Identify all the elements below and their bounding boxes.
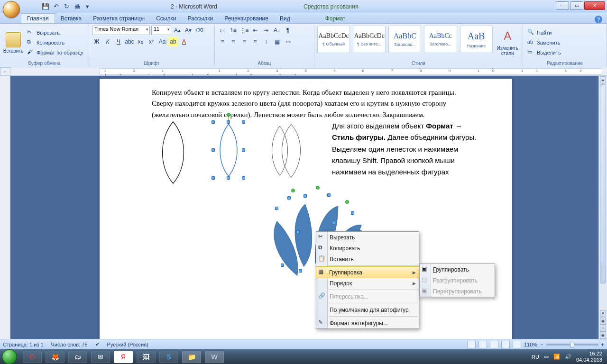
multilevel-icon[interactable]: ⋮≡ (239, 26, 249, 35)
task-explorer-icon[interactable]: 📁 (182, 351, 201, 363)
view-outline-icon[interactable] (501, 341, 510, 348)
tab-layout[interactable]: Разметка страницы (87, 14, 150, 23)
task-firefox-icon[interactable]: 🦊 (46, 351, 64, 363)
ctx-format-autoshape[interactable]: ✎Формат автофигуры... (316, 318, 419, 328)
tab-references[interactable]: Ссылки (150, 14, 182, 23)
clear-format-icon[interactable]: ⌫ (194, 26, 204, 35)
font-size-combo[interactable]: 11 (151, 26, 171, 35)
horizontal-ruler[interactable]: 3 2 1 1 2 3 4 5 6 7 8 9 10 11 12 13 14 1… (10, 67, 607, 76)
browse-object-icon[interactable]: ○ (600, 325, 606, 332)
superscript-button[interactable]: x² (147, 37, 156, 46)
italic-button[interactable]: К (103, 37, 112, 46)
align-left-icon[interactable]: ≡ (218, 37, 227, 46)
cut-button[interactable]: ✂Вырезать (26, 28, 85, 37)
shape-petal-2-selected[interactable] (213, 122, 244, 178)
task-picture-icon[interactable]: 🖼 (137, 351, 156, 363)
tray-flag-icon[interactable]: ▭ (544, 354, 549, 360)
paragraph-2[interactable]: Для этого выделяем объект Формат → Стиль… (332, 120, 484, 178)
view-web-icon[interactable] (490, 341, 498, 348)
status-word-count[interactable]: Число слов: 78 (51, 342, 88, 347)
find-button[interactable]: 🔍Найти (526, 28, 562, 37)
numbering-icon[interactable]: 1≡ (229, 26, 238, 35)
start-button[interactable] (2, 350, 21, 364)
shape-petal-1[interactable] (154, 119, 192, 186)
tab-review[interactable]: Рецензирование (219, 14, 274, 23)
vertical-scrollbar[interactable]: ▲ ▼ ◉ ○ ◉ (598, 76, 607, 339)
prev-page-icon[interactable]: ◉ (600, 318, 606, 325)
shading-icon[interactable]: ▦ (272, 37, 282, 46)
maximize-button[interactable]: ▭ (570, 1, 583, 10)
zoom-slider[interactable] (546, 344, 598, 346)
print-icon[interactable]: 🖶 (73, 3, 81, 10)
scroll-down-icon[interactable]: ▼ (600, 310, 606, 317)
undo-icon[interactable]: ↶ (52, 3, 60, 10)
tab-insert[interactable]: Вставка (55, 14, 88, 23)
view-fullscreen-icon[interactable] (478, 341, 487, 348)
paste-button[interactable]: Вставить (3, 26, 24, 60)
style-title[interactable]: AaBНазвание (460, 26, 493, 53)
tab-home[interactable]: Главная (21, 13, 55, 23)
bold-button[interactable]: Ж (92, 37, 101, 46)
tray-clock[interactable]: 16:22 04.04.2013 (576, 351, 602, 363)
tab-mailings[interactable]: Рассылки (182, 14, 219, 23)
ctx-group[interactable]: ▣Группировать (420, 264, 495, 275)
ctx-grouping[interactable]: ▦Группировка▶ (316, 266, 419, 278)
copy-button[interactable]: ⧉Копировать (26, 38, 85, 47)
subscript-button[interactable]: x₂ (136, 37, 145, 46)
vertical-ruler[interactable] (0, 76, 10, 339)
tab-format[interactable]: Формат (320, 14, 351, 23)
office-button[interactable] (3, 1, 20, 18)
replace-button[interactable]: abЗаменить (526, 38, 562, 47)
status-spellcheck-icon[interactable]: ✔ (95, 341, 100, 347)
borders-icon[interactable]: ▭ (283, 37, 293, 46)
zoom-level[interactable]: 110% (524, 342, 537, 347)
grow-font-icon[interactable]: A▴ (173, 26, 182, 35)
qat-more-icon[interactable]: ▾ (83, 3, 91, 10)
ctx-copy[interactable]: ⧉Копировать (316, 243, 419, 254)
tray-lang[interactable]: RU (532, 354, 539, 360)
scroll-up-icon[interactable]: ▲ (600, 76, 606, 83)
shape-petal-3[interactable] (266, 122, 308, 178)
view-print-layout-icon[interactable] (467, 341, 476, 348)
style-normal[interactable]: AaBbCcDc¶ Обычный (317, 26, 350, 53)
tray-sound-icon[interactable]: 🔊 (565, 354, 571, 360)
task-opera-icon[interactable]: O (23, 351, 42, 363)
help-icon[interactable]: ? (595, 16, 602, 23)
task-libraries-icon[interactable]: 🗂 (68, 351, 87, 363)
indent-inc-icon[interactable]: ⇥ (261, 26, 271, 35)
justify-icon[interactable]: ≡ (250, 37, 260, 46)
shrink-font-icon[interactable]: A▾ (184, 26, 193, 35)
strike-button[interactable]: abc (125, 37, 134, 46)
align-center-icon[interactable]: ≡ (229, 37, 238, 46)
font-name-combo[interactable]: Times New Roman (92, 26, 150, 35)
underline-button[interactable]: Ч (114, 37, 123, 46)
ctx-default-autoshape[interactable]: По умолчанию для автофигур (316, 304, 419, 315)
ctx-cut[interactable]: ✂Вырезать (316, 232, 419, 243)
tray-network-icon[interactable]: 📶 (553, 354, 560, 360)
show-marks-icon[interactable]: ¶ (283, 26, 293, 35)
close-button[interactable]: ✕ (584, 1, 605, 10)
change-case-button[interactable]: Aa (157, 37, 167, 46)
change-styles-button[interactable]: A Изменить стили (496, 26, 520, 60)
task-yandex-icon[interactable]: Я (114, 351, 133, 363)
indent-dec-icon[interactable]: ⇤ (250, 26, 260, 35)
task-mail-icon[interactable]: ✉ (91, 351, 110, 363)
redo-icon[interactable]: ↻ (63, 3, 70, 10)
task-skype-icon[interactable]: S (159, 351, 178, 363)
zoom-out-button[interactable]: − (540, 342, 543, 347)
minimize-button[interactable]: — (556, 1, 569, 10)
save-icon[interactable]: 💾 (42, 3, 49, 10)
style-nospacing[interactable]: AaBbCcDc¶ Без инте... (353, 26, 386, 53)
line-spacing-icon[interactable]: ↕ (261, 37, 271, 46)
font-color-button[interactable]: A (179, 37, 189, 46)
ctx-paste[interactable]: 📋Вставить (316, 254, 419, 264)
view-draft-icon[interactable] (513, 341, 521, 348)
next-page-icon[interactable]: ◉ (600, 332, 606, 339)
style-heading1[interactable]: AaBbCЗаголово... (388, 26, 421, 53)
paragraph-1[interactable]: Копируем объект и вставляем по кругу леп… (152, 87, 479, 120)
ruler-corner[interactable]: ⌐ (0, 67, 10, 76)
status-page[interactable]: Страница: 1 из 1 (3, 342, 44, 347)
sort-icon[interactable]: A↓ (272, 26, 282, 35)
style-heading2[interactable]: AaBbCcЗаголово... (424, 26, 457, 53)
status-language[interactable]: Русский (Россия) (107, 342, 148, 347)
